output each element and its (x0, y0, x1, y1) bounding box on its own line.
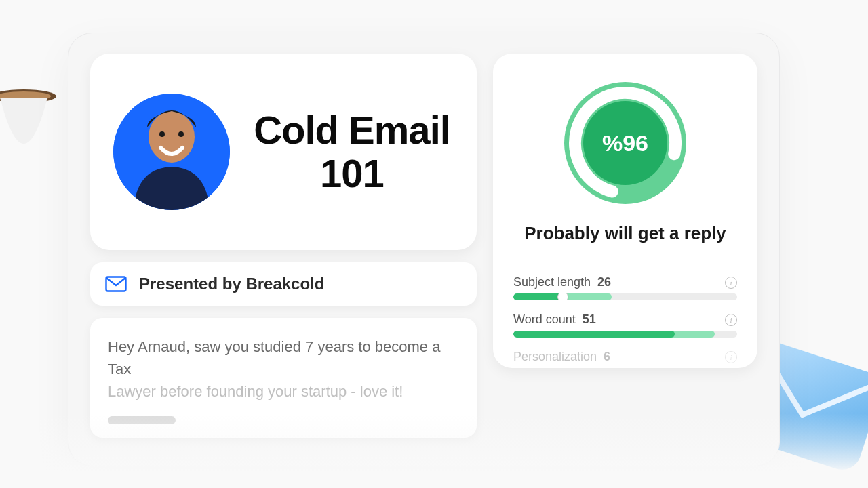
info-icon[interactable]: i (725, 351, 737, 363)
hero-title: Cold Email 101 (250, 108, 454, 195)
avatar (113, 94, 230, 210)
info-icon[interactable]: i (725, 277, 737, 289)
hero-card: Cold Email 101 (90, 54, 477, 250)
right-column: %96 Probably will get a reply Subject le… (493, 54, 757, 445)
svg-point-6 (178, 131, 184, 137)
metric-label: Personalization (513, 350, 597, 364)
metric-subject-length: Subject length 26 i (513, 275, 737, 300)
metric-label: Word count (513, 312, 576, 327)
metrics-list: Subject length 26 i Word count (513, 275, 737, 368)
avatar-illustration (113, 94, 230, 210)
email-body-preview: Hey Arnaud, saw you studied 7 years to b… (90, 318, 477, 438)
score-headline: Probably will get a reply (524, 223, 726, 244)
metric-label: Subject length (513, 275, 591, 289)
metric-personalization: Personalization 6 i (513, 350, 737, 368)
presented-by-card: Presented by Breakcold (90, 262, 477, 306)
email-body-line-1: Hey Arnaud, saw you studied 7 years to b… (108, 336, 459, 380)
left-column: Cold Email 101 Presented by Breakcold He… (90, 54, 477, 445)
svg-point-5 (159, 131, 165, 137)
analysis-card: %96 Probably will get a reply Subject le… (493, 54, 757, 368)
metric-bar (513, 293, 737, 300)
app-card: Cold Email 101 Presented by Breakcold He… (68, 33, 780, 466)
metric-word-count: Word count 51 i (513, 312, 737, 338)
skeleton-bar (108, 416, 176, 424)
presented-by-label: Presented by Breakcold (139, 274, 324, 293)
info-icon[interactable]: i (725, 314, 737, 326)
metric-value: 6 (604, 350, 610, 364)
metric-value: 51 (583, 312, 596, 327)
metric-bar (513, 331, 737, 338)
mail-icon (105, 276, 127, 292)
score-donut: %96 (561, 79, 689, 207)
decoration-cup (0, 81, 68, 163)
metric-value: 26 (597, 275, 611, 289)
score-value: %96 (561, 79, 689, 207)
email-body-line-2: Lawyer before founding your startup - lo… (108, 380, 459, 403)
